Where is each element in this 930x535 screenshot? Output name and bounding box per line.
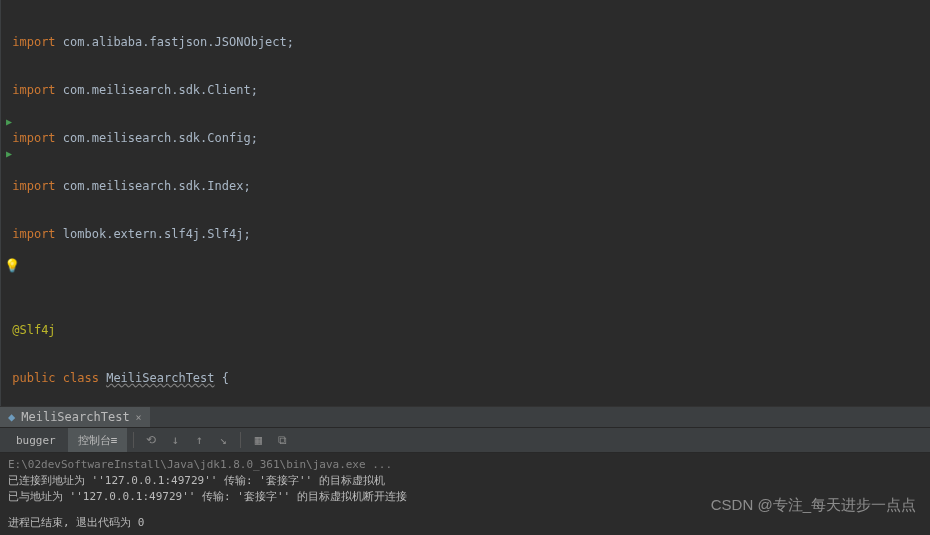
file-tabs-row: ◆ MeiliSearchTest × (0, 407, 930, 428)
evaluate-icon[interactable]: ▦ (247, 429, 269, 451)
console-line: 进程已结束, 退出代码为 0 (8, 515, 922, 531)
java-file-icon: ◆ (8, 410, 15, 424)
trace-icon[interactable]: ⧉ (271, 429, 293, 451)
divider (240, 432, 241, 448)
code-content[interactable]: ⌄ import com.alibaba.fastjson.JSONObject… (1, 0, 930, 406)
run-toolbar: bugger 控制台 ≡ ⟲ ↓ ↑ ↘ ▦ ⧉ (0, 428, 930, 453)
run-main-icon[interactable]: ▶ (6, 148, 12, 159)
console-tab[interactable]: 控制台 ≡ (68, 428, 128, 452)
file-tab[interactable]: ◆ MeiliSearchTest × (0, 407, 150, 427)
close-icon[interactable]: × (136, 412, 142, 423)
run-class-icon[interactable]: ▶ (6, 116, 12, 127)
console-line: 已与地址为 ''127.0.0.1:49729'' 传输: '套接字'' 的目标… (8, 489, 922, 505)
intention-bulb-icon[interactable]: 💡 (4, 258, 20, 273)
step-out-icon[interactable]: ↑ (188, 429, 210, 451)
console-output[interactable]: E:\02devSoftwareInstall\Java\jdk1.8.0_36… (0, 453, 930, 535)
editor-gutter: ▶ ▶ 💡 (0, 0, 1, 406)
console-line: 已连接到地址为 ''127.0.0.1:49729'' 传输: '套接字'' 的… (8, 473, 922, 489)
step-over-icon[interactable]: ⟲ (140, 429, 162, 451)
debugger-tab[interactable]: bugger (6, 428, 66, 452)
divider (133, 432, 134, 448)
file-tab-label: MeiliSearchTest (21, 410, 129, 424)
code-editor[interactable]: ▶ ▶ 💡 ⌄ import com.alibaba.fastjson.JSON… (0, 0, 930, 406)
run-to-cursor-icon[interactable]: ↘ (212, 429, 234, 451)
step-into-icon[interactable]: ↓ (164, 429, 186, 451)
bottom-panel: ◆ MeiliSearchTest × bugger 控制台 ≡ ⟲ ↓ ↑ ↘… (0, 406, 930, 535)
console-line: E:\02devSoftwareInstall\Java\jdk1.8.0_36… (8, 457, 922, 473)
